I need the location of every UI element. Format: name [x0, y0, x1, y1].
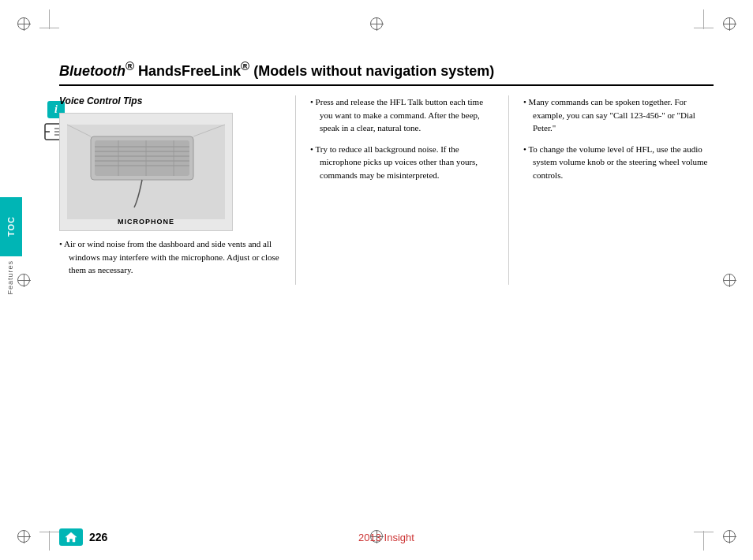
col-right: • Many commands can be spoken together. …: [509, 95, 714, 285]
trim-mark: [703, 9, 704, 29]
reg-mark-ml: [17, 274, 30, 286]
reg-mark-tl: [17, 17, 30, 30]
mic-caption-label: MICROPHONE: [118, 218, 174, 226]
toc-label: TOC: [6, 216, 16, 237]
bottom-bar: 226 2013 Insight: [59, 528, 714, 546]
voice-tips-label: Voice Control Tips: [59, 95, 283, 106]
home-icon-box[interactable]: [59, 528, 83, 546]
reg-mark-bl: [17, 530, 30, 543]
microphone-svg: [67, 121, 225, 223]
page-title: Bluetooth® HandsFreeLink® (Models withou…: [59, 59, 714, 80]
reg-mark-tc: [370, 17, 383, 30]
svg-marker-18: [66, 532, 77, 542]
col-left: Voice Control Tips: [59, 95, 296, 285]
reg-mark-br: [723, 530, 736, 543]
bullet-text-2: • Press and release the HFL Talk button …: [310, 95, 494, 135]
home-icon: [65, 532, 77, 543]
bullet-text-5: • To change the volume level of HFL, use…: [523, 143, 714, 182]
trim-mark: [49, 9, 50, 29]
reg-mark-mr: [723, 274, 736, 286]
toc-tab[interactable]: TOC: [0, 197, 22, 256]
svg-rect-7: [95, 140, 189, 176]
features-label: Features: [6, 260, 14, 295]
bullet-text-3: • Try to reduce all background noise. If…: [310, 143, 494, 182]
trim-mark: [49, 531, 50, 551]
page-title-area: Bluetooth® HandsFreeLink® (Models withou…: [59, 59, 714, 86]
mic-illustration: MICROPHONE: [59, 113, 233, 231]
page: i TOC Features Bluetooth® HandsFreeLink®…: [0, 0, 753, 560]
bullet-text-1: • Air or wind noise from the dashboard a…: [59, 237, 283, 277]
page-subtitle: 2013 Insight: [358, 532, 414, 543]
bullet-text-4: • Many commands can be spoken together. …: [523, 95, 714, 135]
main-content: Bluetooth® HandsFreeLink® (Models withou…: [59, 59, 714, 513]
content-area: Voice Control Tips: [59, 95, 714, 285]
col-middle: • Press and release the HFL Talk button …: [296, 95, 509, 285]
page-number: 226: [89, 531, 107, 543]
reg-mark-tr: [723, 17, 736, 30]
